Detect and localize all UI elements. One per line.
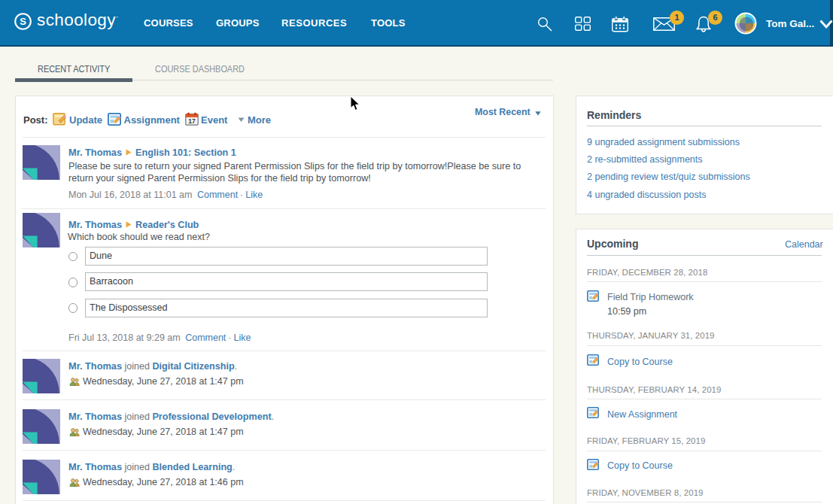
svg-text:17: 17: [188, 117, 196, 125]
svg-text:S: S: [20, 16, 26, 27]
